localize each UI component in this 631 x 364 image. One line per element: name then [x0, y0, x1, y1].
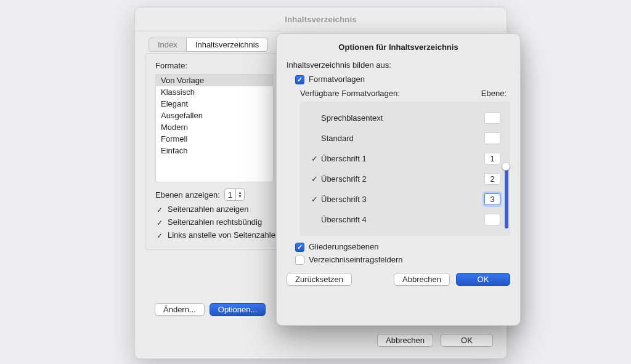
- style-row: Standard: [307, 128, 503, 148]
- style-name: Überschrift 3: [321, 195, 484, 204]
- reset-button[interactable]: Zurücksetzen: [287, 273, 352, 286]
- list-item[interactable]: Klassisch: [156, 86, 273, 98]
- checkmark-icon: [155, 219, 163, 227]
- list-item[interactable]: Von Vorlage: [156, 75, 273, 86]
- levels-label: Ebenen anzeigen:: [155, 190, 220, 200]
- checkbox-label: Formatvorlagen: [309, 75, 365, 84]
- sheet-button-row: Zurücksetzen Abbrechen OK: [287, 273, 510, 286]
- cancel-button[interactable]: Abbrechen: [394, 273, 450, 286]
- sheet-title: Optionen für Inhaltsverzeichnis: [287, 42, 510, 52]
- checkbox-icon[interactable]: [295, 75, 304, 84]
- scrollbar[interactable]: [505, 109, 508, 229]
- style-checkmark: ✓: [307, 154, 321, 163]
- styles-area: Verfügbare Formatvorlagen: Ebene: Sprech…: [300, 89, 510, 236]
- tab-toc[interactable]: Inhaltsverzeichnis: [186, 38, 268, 52]
- build-from-label: Inhaltsverzeichnis bilden aus:: [287, 60, 510, 70]
- ok-button[interactable]: OK: [456, 273, 510, 286]
- level-column-label: Ebene:: [481, 89, 507, 98]
- list-item[interactable]: Modern: [156, 121, 273, 133]
- style-name: Standard: [321, 134, 484, 143]
- checkmark-icon: [155, 232, 163, 240]
- list-item[interactable]: Formell: [156, 133, 273, 145]
- style-checkmark: ✓: [307, 195, 321, 204]
- level-input[interactable]: [484, 132, 500, 144]
- window-footer: Abbrechen OK: [377, 334, 493, 347]
- style-row: ✓ Überschrift 1 1: [307, 148, 503, 169]
- level-input[interactable]: 3: [484, 193, 500, 205]
- style-name: Überschrift 1: [321, 154, 484, 163]
- levels-stepper[interactable]: 1 ▲▼: [224, 188, 245, 201]
- formats-list[interactable]: Von Vorlage Klassisch Elegant Ausgefalle…: [155, 74, 274, 182]
- style-row: ✓ Überschrift 3 3: [307, 189, 503, 209]
- outline-checkbox-row[interactable]: Gliederungsebenen: [295, 242, 510, 251]
- option-label: Seitenzahlen rechtsbündig: [168, 217, 262, 227]
- list-item[interactable]: Ausgefallen: [156, 110, 273, 121]
- style-name: Überschrift 4: [321, 215, 484, 224]
- level-input[interactable]: [484, 214, 500, 225]
- cancel-button[interactable]: Abbrechen: [377, 334, 433, 347]
- style-name: Überschrift 2: [321, 174, 484, 184]
- list-item[interactable]: Einfach: [156, 145, 273, 156]
- level-input[interactable]: 2: [484, 173, 500, 185]
- level-input[interactable]: 1: [484, 153, 500, 164]
- ok-button[interactable]: OK: [441, 334, 493, 347]
- style-row: Überschrift 4: [307, 209, 503, 230]
- toc-options-sheet: Optionen für Inhaltsverzeichnis Inhaltsv…: [276, 33, 521, 326]
- checkbox-label: Gliederungsebenen: [309, 242, 378, 251]
- style-row: ✓ Überschrift 2 2: [307, 169, 503, 189]
- tab-index[interactable]: Index: [149, 38, 187, 52]
- available-styles-label: Verfügbare Formatvorlagen:: [300, 89, 400, 98]
- window-title: Inhaltsverzeichnis: [135, 7, 507, 31]
- checkbox-icon[interactable]: [295, 243, 304, 252]
- stepper-arrows-icon[interactable]: ▲▼: [235, 189, 244, 200]
- level-input[interactable]: [484, 112, 500, 124]
- style-name: Sprechblasentext: [321, 113, 484, 123]
- modify-button[interactable]: Ändern...: [155, 303, 205, 316]
- checkmark-icon: [155, 206, 163, 214]
- entry-fields-checkbox-row[interactable]: Verzeichniseintragsfeldern: [295, 255, 510, 264]
- list-item[interactable]: Elegant: [156, 98, 273, 110]
- scrollbar-knob-icon[interactable]: [502, 162, 510, 171]
- options-button[interactable]: Optionen...: [210, 303, 266, 316]
- scrollbar-thumb[interactable]: [505, 168, 508, 229]
- option-label: Seitenzahlen anzeigen: [168, 204, 249, 214]
- checkbox-icon[interactable]: [295, 256, 304, 265]
- checkbox-label: Verzeichniseintragsfeldern: [309, 255, 402, 264]
- style-row: Sprechblasentext: [307, 108, 503, 128]
- levels-value: 1: [225, 190, 235, 200]
- styles-checkbox-row[interactable]: Formatvorlagen: [295, 75, 510, 84]
- styles-list: Sprechblasentext Standard ✓ Überschrift …: [300, 102, 510, 236]
- option-label: Links anstelle von Seitenzahlen: [168, 230, 280, 240]
- style-checkmark: ✓: [307, 174, 321, 184]
